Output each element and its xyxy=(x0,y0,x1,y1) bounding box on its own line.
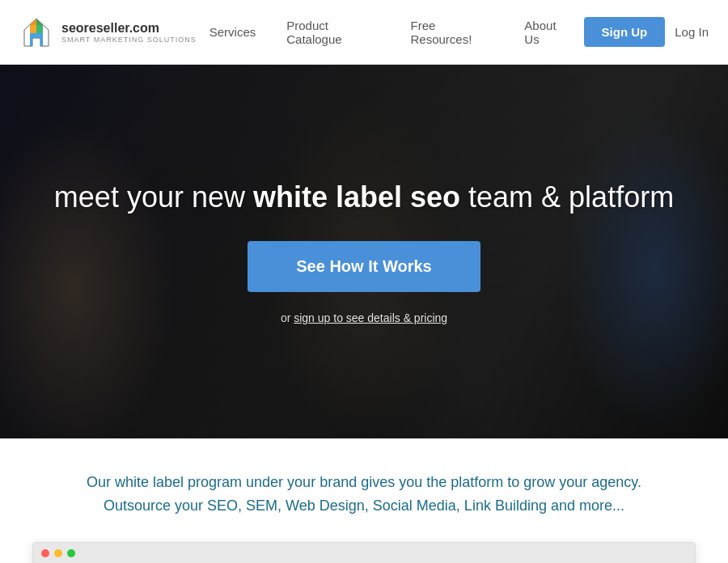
logo-name: seoreseller.com xyxy=(61,21,197,36)
dashboard-preview: Your Logo Here + New Campaign xyxy=(0,542,728,563)
browser-chrome xyxy=(33,543,695,563)
info-section: Our white label program under your brand… xyxy=(0,438,728,542)
navigation: seoreseller.com SMART MARKETING SOLUTION… xyxy=(0,0,728,65)
see-how-it-works-button[interactable]: See How It Works xyxy=(248,241,480,292)
hero-signup-link[interactable]: sign up to see details & pricing xyxy=(294,311,447,324)
nav-link-product-catalogue[interactable]: Product Catalogue xyxy=(273,12,392,53)
hero-section: meet your new white label seo team & pla… xyxy=(0,65,728,438)
hero-sub-prefix: or xyxy=(281,311,294,324)
hero-content: meet your new white label seo team & pla… xyxy=(22,179,706,324)
hero-title: meet your new white label seo team & pla… xyxy=(54,179,674,215)
login-button[interactable]: Log In xyxy=(675,25,709,39)
browser-dot-green xyxy=(67,549,75,557)
nav-link-about-us[interactable]: About Us xyxy=(511,12,583,53)
logo-text-area: seoreseller.com SMART MARKETING SOLUTION… xyxy=(61,21,197,44)
hero-title-bold: white label seo xyxy=(253,180,460,214)
browser-dot-yellow xyxy=(54,549,62,557)
nav-link-free-resources[interactable]: Free Resources! xyxy=(398,12,507,53)
logo-area: seoreseller.com SMART MARKETING SOLUTION… xyxy=(19,15,197,49)
hero-title-part1: meet your new xyxy=(54,180,253,214)
browser-dot-red xyxy=(41,549,49,557)
logo-tagline: SMART MARKETING SOLUTIONS xyxy=(61,36,197,44)
hero-cta-area: See How It Works xyxy=(54,241,674,308)
signup-button[interactable]: Sign Up xyxy=(584,17,666,47)
dashboard-frame: Your Logo Here + New Campaign xyxy=(32,542,696,563)
info-text: Our white label program under your brand… xyxy=(65,471,663,518)
nav-links: Services Product Catalogue Free Resource… xyxy=(197,12,584,53)
hero-title-part2: team & platform xyxy=(460,180,674,214)
logo-icon xyxy=(19,15,53,49)
nav-link-services[interactable]: Services xyxy=(197,19,269,45)
nav-actions: Sign Up Log In xyxy=(584,17,709,47)
hero-sub-text: or sign up to see details & pricing xyxy=(54,311,674,324)
